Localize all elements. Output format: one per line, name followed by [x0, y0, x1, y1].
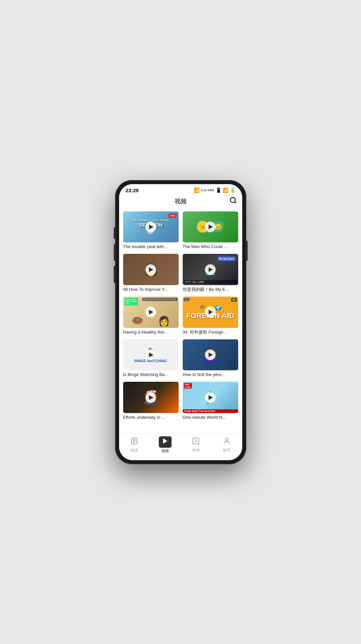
video-title-7: Is Binge Watching Ba... — [123, 372, 179, 378]
play-button-8[interactable] — [205, 349, 216, 360]
tiger-text: TIGER WINS THE MASTERS — [184, 410, 237, 412]
phone-shell: 23:29 📶 0.20 KB/s 📱 📶 🔋 视频 — [115, 180, 246, 464]
thumbnail-6: CC 34 🌴 🤝 🌍 FOREIGN AID — [183, 297, 238, 328]
video-title-4: 你是我的眼！Be My E... — [183, 287, 238, 293]
thumbnail-5: KICKSTARTHEALTHIERYOU RELATIONSHIPS WITH… — [123, 297, 179, 328]
nav-label-read: 阅读 — [131, 448, 138, 453]
ted-badge: TED — [169, 213, 177, 218]
video-title-1: The lovable (and leth... — [123, 244, 179, 250]
thumbnail-7: 🎭 NO BINGE WATCHING — [123, 339, 179, 371]
app-header: 视频 — [119, 195, 242, 209]
page-title: 视频 — [175, 197, 187, 205]
battery-icon: 🔋 — [230, 188, 236, 193]
video-card-5[interactable]: KICKSTARTHEALTHIERYOU RELATIONSHIPS WITH… — [123, 297, 179, 335]
video-title-2: The Man Who Could ... — [183, 244, 238, 250]
volume-up-button[interactable] — [114, 227, 115, 239]
video-icon — [159, 436, 172, 448]
video-card-1[interactable]: THE LOVABLE (AND LETHAL) SEA LION 🦭 TED … — [123, 211, 179, 250]
phone-screen: 23:29 📶 0.20 KB/s 📱 📶 🔋 视频 — [119, 184, 242, 460]
search-button[interactable] — [229, 197, 237, 206]
words-icon: D — [192, 437, 200, 447]
video-grid: THE LOVABLE (AND LETHAL) SEA LION 🦭 TED … — [119, 209, 242, 433]
thumbnail-9: 🌋 — [123, 382, 179, 413]
network-speed-icon: 📶 — [194, 188, 200, 193]
status-time: 23:29 — [126, 188, 139, 193]
video-card-2[interactable]: 😐 😑 The Man Who Could ... — [183, 211, 238, 250]
thumbnail-2: 😐 😑 — [183, 211, 238, 243]
sim-icon: 📱 — [216, 188, 221, 193]
wifi-icon: 📶 — [223, 188, 228, 193]
svg-point-9 — [225, 438, 228, 441]
tiger-overlay: TIGER WINS THE MASTERS — [183, 409, 238, 413]
network-speed-text: 0.20 KB/s — [201, 189, 214, 192]
play-button-2[interactable] — [205, 222, 216, 232]
svg-line-1 — [234, 202, 236, 203]
read-icon — [130, 437, 138, 447]
video-card-7[interactable]: 🎭 NO BINGE WATCHING Is Binge Watching Ba… — [123, 339, 179, 378]
thumbnail-8: 👩‍🦱 — [183, 339, 238, 371]
play-button-3[interactable] — [145, 264, 156, 275]
video-card-8[interactable]: 👩‍🦱 How to find the pers... — [183, 339, 238, 378]
power-button[interactable] — [246, 241, 248, 261]
thumbnail-10: BBCnews 🏌️ TIGER WINS THE MASTERS — [183, 382, 238, 413]
nav-label-video: 视频 — [161, 448, 169, 453]
video-card-4[interactable]: 👨‍🦱 Be My Eyes 9,7779111,668 你是我的眼！Be My… — [183, 254, 238, 293]
play-button-1[interactable] — [145, 222, 156, 232]
video-card-10[interactable]: BBCnews 🏌️ TIGER WINS THE MASTERS One-mi… — [183, 382, 238, 420]
play-button-10[interactable] — [205, 392, 216, 403]
play-button-6[interactable] — [205, 307, 216, 317]
stats-row: 9,7779111,668 — [184, 280, 237, 284]
nav-label-words: 单词 — [192, 448, 200, 453]
play-button-5[interactable] — [145, 307, 156, 317]
nav-item-video[interactable]: 视频 — [150, 436, 181, 453]
nav-label-account: 账号 — [223, 448, 230, 453]
svg-text:D: D — [195, 439, 197, 443]
nav-item-account[interactable]: 账号 — [211, 437, 242, 453]
silent-button[interactable] — [114, 266, 115, 283]
play-button-9[interactable] — [145, 392, 156, 403]
play-button-4[interactable] — [205, 264, 216, 275]
video-card-6[interactable]: CC 34 🌴 🤝 🌍 FOREIGN AID 34. 对外援助 Foreign… — [183, 297, 238, 335]
status-icons: 📶 0.20 KB/s 📱 📶 🔋 — [194, 188, 235, 193]
nav-item-words[interactable]: D 单词 — [181, 437, 212, 453]
account-icon — [223, 437, 231, 447]
video-title-10: One-minute World N... — [183, 415, 238, 420]
video-title-5: Having a Healthy Rel... — [123, 330, 179, 335]
thumbnail-4: 👨‍🦱 Be My Eyes 9,7779111,668 — [183, 254, 238, 285]
play-button-7[interactable] — [145, 349, 156, 360]
svg-marker-6 — [163, 438, 167, 444]
video-title-6: 34. 对外援助 Foreign ... — [183, 330, 238, 335]
video-title-8: How to find the pers... — [183, 372, 238, 378]
status-bar: 23:29 📶 0.20 KB/s 📱 📶 🔋 — [119, 184, 242, 195]
thumbnail-3: 👩 — [123, 254, 179, 285]
video-title-3: 06 How To Improve Y... — [123, 287, 179, 293]
video-card-9[interactable]: 🌋 Efforts underway in ... — [123, 382, 179, 420]
video-title-9: Efforts underway in ... — [123, 415, 179, 420]
video-card-3[interactable]: 👩 06 How To Improve Y... — [123, 254, 179, 293]
nav-item-read[interactable]: 阅读 — [119, 437, 150, 453]
volume-down-button[interactable] — [114, 244, 115, 261]
kickstarter-badge: KICKSTARTHEALTHIERYOU — [124, 298, 138, 305]
bottom-nav: 阅读 视频 D 单词 — [119, 433, 242, 460]
thumbnail-1: THE LOVABLE (AND LETHAL) SEA LION 🦭 TED — [123, 211, 179, 243]
